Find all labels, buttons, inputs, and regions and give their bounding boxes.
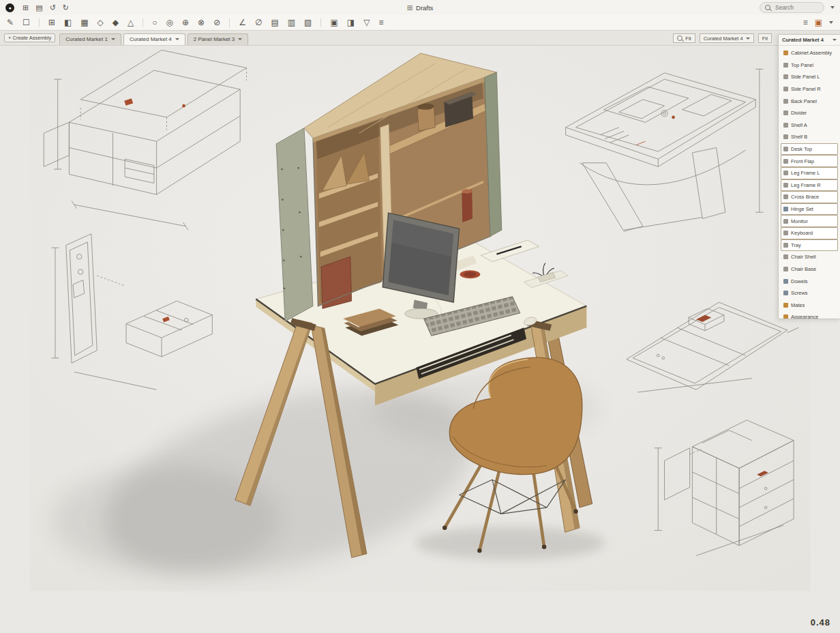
tree-row[interactable]: Cabinet Assembly	[781, 47, 838, 59]
part-icon	[783, 171, 788, 175]
part-icon	[783, 183, 788, 188]
extrude-icon[interactable]: ⊞	[48, 18, 55, 27]
chamfer-icon[interactable]: ▽	[363, 18, 370, 27]
tree-row[interactable]: Keyboard	[781, 227, 838, 239]
part-icon	[783, 219, 788, 224]
window-title: ⊞ Drafts	[407, 4, 434, 12]
title-bar: ● ⊞▤↺↻ ⊞ Drafts	[0, 0, 840, 16]
combine-icon[interactable]: ⊗	[198, 18, 205, 27]
active-tool-icon[interactable]: ▣	[815, 18, 822, 27]
part-icon	[783, 99, 788, 104]
tree-row[interactable]: Desk Top	[781, 143, 838, 156]
solid-icon[interactable]: ◆	[112, 18, 119, 27]
view-scale-label: 0.48	[811, 617, 830, 628]
part-icon	[783, 243, 788, 248]
tab-chevron-icon	[111, 38, 115, 40]
part-icon	[783, 254, 788, 259]
document-icon[interactable]: ▤	[35, 3, 42, 12]
panel-collapse-icon[interactable]	[832, 39, 837, 41]
view-fit-button[interactable]: Fit	[673, 33, 695, 43]
tree-row[interactable]: Chair Shell	[781, 251, 838, 263]
global-search[interactable]	[760, 2, 824, 13]
mirror-icon[interactable]: ◨	[347, 18, 355, 27]
trim-icon[interactable]: ⊘	[213, 18, 220, 27]
panel-title: Curated Market 4	[782, 37, 830, 43]
main-toolbar: ✎☐⊞◧▦◇◆△○◎⊕⊗⊘∠∅▤▥▧▣◨▽≡ ≡ ▣	[0, 15, 840, 31]
tree-row[interactable]: Back Panel	[781, 95, 838, 107]
overflow-menu-icon[interactable]: ≡	[803, 18, 808, 27]
part-icon	[783, 111, 788, 115]
toolbar-chevron-icon[interactable]	[829, 21, 833, 24]
tree-row[interactable]: Top Panel	[781, 59, 838, 72]
part-icon	[783, 74, 788, 79]
tree-row[interactable]: Side Panel R	[781, 83, 838, 95]
undo-icon[interactable]: ↺	[50, 3, 56, 12]
tree-row[interactable]: Leg Frame L	[781, 167, 838, 179]
zoom-search-icon	[677, 35, 682, 41]
list-icon[interactable]: ≡	[378, 18, 383, 27]
tree-row[interactable]: Chair Base	[781, 263, 838, 276]
loft-icon[interactable]: ◇	[97, 18, 104, 27]
toolbar-separator	[142, 18, 143, 27]
document-tab[interactable]: Curated Market 4	[123, 33, 185, 45]
tree-row[interactable]: Cross Brace	[781, 191, 838, 203]
toolbar-separator	[39, 18, 40, 27]
part-icon	[783, 50, 788, 55]
part-icon	[783, 231, 788, 235]
tree-row[interactable]: Mates	[781, 299, 838, 311]
search-input[interactable]	[774, 3, 819, 12]
search-icon	[765, 5, 770, 10]
part-icon	[783, 147, 788, 151]
part-icon	[783, 87, 788, 91]
document-tab[interactable]: 2 Panel Market 3	[188, 33, 248, 45]
tree-row[interactable]: Front Flap	[781, 155, 838, 167]
table-icon[interactable]: ▤	[271, 18, 278, 27]
redo-icon[interactable]: ↻	[63, 3, 69, 12]
feature-tree-panel: Curated Market 4 Cabinet Assembly Top Pa…	[778, 34, 840, 319]
tree-row[interactable]: Shelf B	[781, 131, 838, 143]
workspace-menu-chevron-icon[interactable]	[830, 6, 835, 9]
toolbar-separator	[320, 18, 321, 27]
zoom-level-field[interactable]: Fit	[758, 33, 772, 43]
draft-icon[interactable]: △	[127, 18, 134, 27]
document-chevron-icon	[746, 38, 750, 40]
part-icon	[783, 267, 788, 271]
tree-row[interactable]: Screws	[781, 287, 838, 299]
drafts-icon: ⊞	[407, 4, 412, 12]
rectangle-icon[interactable]: ☐	[22, 18, 30, 27]
tree-row[interactable]: Leg Frame R	[781, 179, 838, 192]
create-assembly-chip[interactable]: + Create Assembly	[4, 33, 55, 42]
part-icon	[783, 159, 788, 164]
circle-icon[interactable]: ○	[152, 18, 157, 27]
tab-chevron-icon	[175, 38, 179, 40]
tab-chevron-icon	[238, 38, 242, 40]
part-icon	[783, 279, 788, 284]
tree-row[interactable]: Monitor	[781, 215, 838, 227]
document-tab[interactable]: Curated Market 1	[59, 33, 121, 45]
part-icon	[783, 291, 788, 295]
app-logo-icon[interactable]: ●	[5, 3, 14, 12]
boss-icon[interactable]: ⊕	[182, 18, 189, 27]
section-icon[interactable]: ▧	[304, 18, 312, 27]
tree-row[interactable]: Tray	[781, 239, 838, 252]
pattern-icon[interactable]: ▦	[80, 18, 88, 27]
tree-row[interactable]: Hinge Set	[781, 203, 838, 216]
revolve-icon[interactable]: ◎	[166, 18, 173, 27]
document-tab-bar: + Create Assembly Curated Market 1 Curat…	[0, 30, 840, 46]
home-grid-icon[interactable]: ⊞	[22, 3, 29, 12]
tree-row[interactable]: Side Panel L	[781, 71, 838, 83]
tree-row[interactable]: Divider	[781, 107, 838, 119]
tree-row[interactable]: Appearance	[781, 311, 838, 319]
sketch-icon[interactable]: ✎	[7, 18, 14, 27]
viewport-canvas[interactable]	[0, 45, 840, 633]
part-icon	[783, 194, 788, 199]
angle-dimension-icon[interactable]: ∠	[239, 18, 246, 27]
part-icon	[783, 63, 788, 68]
split-face-icon[interactable]: ◧	[64, 18, 72, 27]
appearance-icon[interactable]: ▣	[330, 18, 338, 27]
active-document-field[interactable]: Curated Market 4	[700, 33, 754, 43]
layers-icon[interactable]: ▥	[288, 18, 295, 27]
tree-row[interactable]: Shelf A	[781, 119, 838, 132]
tree-row[interactable]: Dowels	[781, 275, 838, 287]
diameter-icon[interactable]: ∅	[255, 18, 262, 27]
